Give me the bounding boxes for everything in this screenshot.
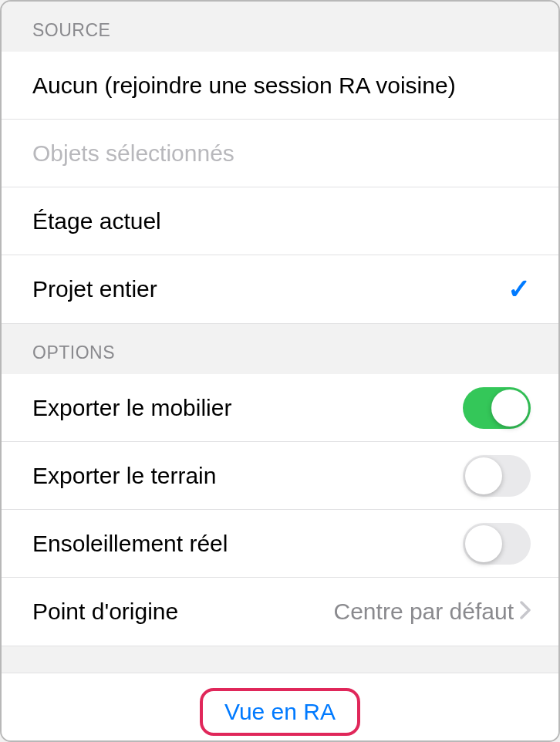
switch-knob — [465, 457, 502, 494]
source-item-label: Objets sélectionnés — [32, 140, 234, 167]
option-origin-point[interactable]: Point d'origine Centre par défaut — [2, 578, 558, 646]
source-item-label: Étage actuel — [32, 208, 161, 234]
toggle-real-sun[interactable] — [463, 523, 531, 565]
option-value: Centre par défaut — [178, 599, 514, 625]
spacer — [2, 646, 558, 673]
toggle-export-furniture[interactable] — [463, 387, 531, 429]
option-label: Exporter le terrain — [32, 463, 216, 489]
option-label: Point d'origine — [32, 599, 178, 625]
option-label: Ensoleillement réel — [32, 531, 228, 557]
source-item-none[interactable]: Aucun (rejoindre une session RA voisine) — [2, 52, 558, 120]
option-real-sun: Ensoleillement réel — [2, 510, 558, 578]
option-export-furniture: Exporter le mobilier — [2, 374, 558, 442]
options-list: Exporter le mobilier Exporter le terrain… — [2, 374, 558, 646]
view-in-ar-button[interactable]: Vue en RA — [200, 688, 360, 736]
option-export-terrain: Exporter le terrain — [2, 442, 558, 510]
switch-knob — [465, 525, 502, 562]
source-list: Aucun (rejoindre une session RA voisine)… — [2, 52, 558, 323]
chevron-right-icon — [520, 600, 531, 623]
source-section-header: Source — [2, 2, 558, 52]
source-item-label: Aucun (rejoindre une session RA voisine) — [32, 73, 456, 99]
source-item-current-floor[interactable]: Étage actuel — [2, 187, 558, 255]
source-item-whole-project[interactable]: Projet entier ✓ — [2, 255, 558, 323]
options-section-header: Options — [2, 323, 558, 374]
source-item-selected-objects: Objets sélectionnés — [2, 120, 558, 187]
switch-knob — [491, 390, 528, 427]
toggle-export-terrain[interactable] — [463, 455, 531, 497]
option-label: Exporter le mobilier — [32, 395, 231, 421]
footer: Vue en RA — [2, 673, 558, 742]
source-item-label: Projet entier — [32, 276, 157, 302]
checkmark-icon: ✓ — [508, 273, 531, 305]
